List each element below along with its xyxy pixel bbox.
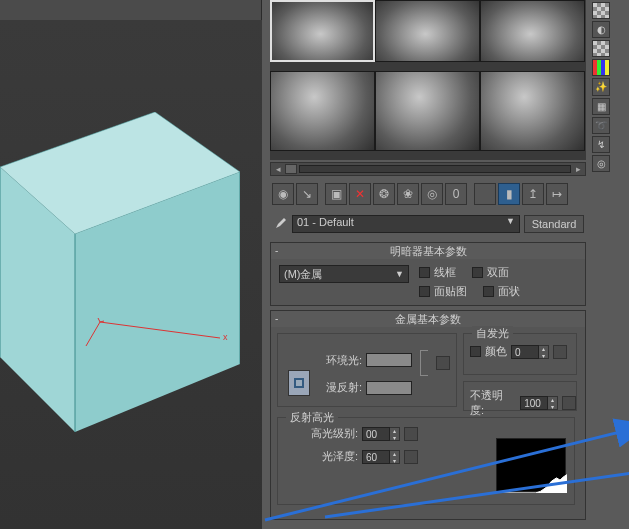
- spinner-arrows-icon[interactable]: ▴▾: [539, 345, 549, 359]
- color-lock-button[interactable]: [436, 356, 450, 370]
- material-name-row: 01 - Default ▼ Standard: [270, 212, 586, 236]
- selfillum-color-checkbox[interactable]: 颜色: [470, 344, 507, 359]
- material-slot-4[interactable]: [270, 71, 375, 151]
- side-icon-rail: ◐: [590, 0, 624, 172]
- mat-id-icon[interactable]: 0: [445, 183, 467, 205]
- put-to-lib-icon[interactable]: ◎: [421, 183, 443, 205]
- go-parent-icon[interactable]: ↥: [522, 183, 544, 205]
- scroll-left-icon[interactable]: ◂: [273, 164, 283, 174]
- show-end-result-icon[interactable]: ▮: [498, 183, 520, 205]
- svg-text:x: x: [223, 332, 228, 342]
- sample-uv-icon[interactable]: [592, 59, 610, 76]
- viewport[interactable]: x: [0, 0, 262, 529]
- specular-curve-graph: [496, 438, 566, 492]
- opacity-value[interactable]: 100: [520, 396, 548, 410]
- sample-type-icon[interactable]: [592, 2, 610, 19]
- make-copy-icon[interactable]: ❂: [373, 183, 395, 205]
- scroll-right-icon[interactable]: ▸: [573, 164, 583, 174]
- selfillum-spinner[interactable]: 0 ▴▾: [511, 345, 549, 359]
- get-material-icon[interactable]: ◉: [272, 183, 294, 205]
- material-editor: ◐ ◂ ▸ ◉ ↘ ▣ ✕ ❂ ❀ ◎ 0 ▮ ↥ ↦ 01 - Default…: [262, 0, 629, 529]
- dropdown-icon[interactable]: ▼: [395, 269, 404, 279]
- minus-icon[interactable]: -: [275, 243, 278, 259]
- shader-type-combo[interactable]: (M)金属 ▼: [279, 265, 409, 283]
- backlight-icon[interactable]: ◐: [592, 21, 610, 38]
- ambient-label: 环境光:: [320, 353, 362, 368]
- video-check-icon[interactable]: [592, 78, 610, 95]
- material-name-input[interactable]: 01 - Default ▼: [292, 215, 520, 233]
- assign-to-sel-icon[interactable]: ▣: [325, 183, 347, 205]
- opacity-map-button[interactable]: [562, 396, 576, 410]
- diffuse-label: 漫反射:: [320, 380, 362, 395]
- options-icon[interactable]: [592, 117, 610, 134]
- shader-type-value: (M)金属: [284, 267, 323, 282]
- gloss-map-button[interactable]: [404, 450, 418, 464]
- selfillum-map-button[interactable]: [553, 345, 567, 359]
- spinner-arrows-icon[interactable]: ▴▾: [390, 427, 400, 441]
- mat-map-nav-icon[interactable]: [592, 155, 610, 172]
- spec-level-spinner[interactable]: 00 ▴▾: [362, 427, 400, 441]
- specular-title: 反射高光: [286, 410, 338, 425]
- self-illum-title: 自发光: [472, 326, 513, 341]
- spec-level-label: 高光级别:: [302, 426, 358, 441]
- slot-scrollbar[interactable]: ◂ ▸: [270, 162, 586, 176]
- material-slots: [270, 0, 586, 160]
- scroll-track[interactable]: [299, 165, 571, 173]
- reset-map-icon[interactable]: ✕: [349, 183, 371, 205]
- rollout-title[interactable]: - 明暗器基本参数: [271, 243, 585, 259]
- spec-level-value[interactable]: 00: [362, 427, 390, 441]
- specular-group: 反射高光 高光级别: 00 ▴▾ 光泽度: 60 ▴▾: [277, 417, 575, 505]
- spinner-arrows-icon[interactable]: ▴▾: [390, 450, 400, 464]
- make-preview-icon[interactable]: [592, 98, 610, 115]
- material-name-text: 01 - Default: [297, 216, 354, 228]
- metal-basic-rollout: - 金属基本参数 环境光: 漫反射:: [270, 310, 586, 520]
- select-by-mat-icon[interactable]: [592, 136, 610, 153]
- material-slot-6[interactable]: [480, 71, 585, 151]
- background-icon[interactable]: [592, 40, 610, 57]
- facemap-checkbox[interactable]: 面贴图: [419, 284, 467, 299]
- material-toolbar: ◉ ↘ ▣ ✕ ❂ ❀ ◎ 0 ▮ ↥ ↦: [270, 180, 586, 208]
- make-unique-icon[interactable]: ❀: [397, 183, 419, 205]
- lock-ambient-diffuse-button[interactable]: [288, 370, 310, 396]
- go-forward-icon[interactable]: ↦: [546, 183, 568, 205]
- gloss-label: 光泽度:: [302, 449, 358, 464]
- ambient-swatch[interactable]: [366, 353, 412, 367]
- two-sided-checkbox[interactable]: 双面: [472, 265, 509, 280]
- gloss-spinner[interactable]: 60 ▴▾: [362, 450, 400, 464]
- material-slot-2[interactable]: [375, 0, 480, 62]
- minus-icon[interactable]: -: [275, 311, 278, 327]
- dropdown-icon[interactable]: ▼: [506, 216, 515, 226]
- eyedropper-icon[interactable]: [272, 216, 288, 232]
- material-slot-1[interactable]: [270, 0, 375, 62]
- gloss-value[interactable]: 60: [362, 450, 390, 464]
- put-to-scene-icon[interactable]: ↘: [296, 183, 318, 205]
- rollout-title[interactable]: - 金属基本参数: [271, 311, 585, 327]
- cube-object[interactable]: x: [0, 112, 240, 472]
- self-illum-group: 自发光 颜色 0 ▴▾: [463, 333, 577, 375]
- spinner-arrows-icon[interactable]: ▴▾: [548, 396, 558, 410]
- colors-group: 环境光: 漫反射:: [277, 333, 457, 407]
- faceted-checkbox[interactable]: 面状: [483, 284, 520, 299]
- wireframe-checkbox[interactable]: 线框: [419, 265, 456, 280]
- material-slot-5[interactable]: [375, 71, 480, 151]
- viewport-inner[interactable]: x: [0, 20, 262, 529]
- material-slot-3[interactable]: [480, 0, 585, 62]
- opacity-group: 不透明度: 100 ▴▾: [463, 381, 577, 411]
- material-type-button[interactable]: Standard: [524, 215, 584, 233]
- scroll-thumb[interactable]: [285, 164, 297, 174]
- selfillum-value[interactable]: 0: [511, 345, 539, 359]
- spec-level-map-button[interactable]: [404, 427, 418, 441]
- svg-rect-10: [296, 380, 302, 386]
- opacity-spinner[interactable]: 100 ▴▾: [520, 396, 558, 410]
- opacity-label: 不透明度:: [470, 388, 516, 418]
- diffuse-swatch[interactable]: [366, 381, 412, 395]
- show-map-icon[interactable]: [474, 183, 496, 205]
- shader-basic-rollout: - 明暗器基本参数 (M)金属 ▼ 线框 双面 面贴图 面状: [270, 242, 586, 306]
